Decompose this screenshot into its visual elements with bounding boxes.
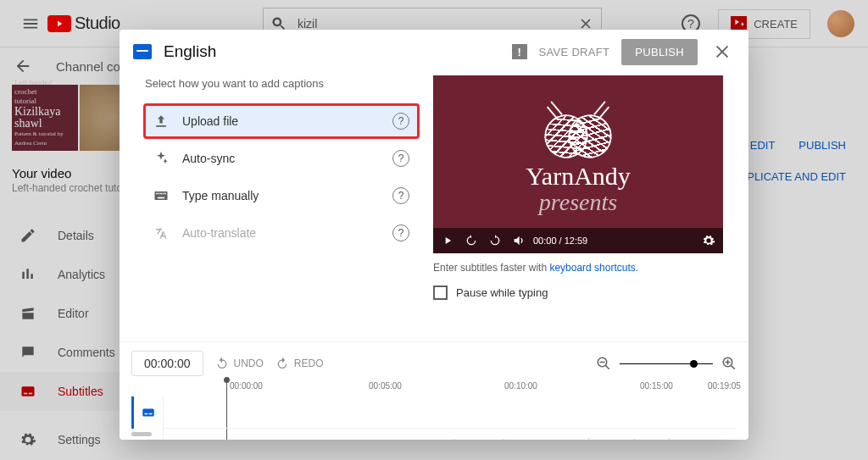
publish-button[interactable]: PUBLISH bbox=[621, 39, 698, 65]
zoom-out-icon[interactable] bbox=[596, 356, 611, 371]
subtitles-hint: Enter subtitles faster with keyboard sho… bbox=[433, 262, 723, 274]
option-label: Auto-translate bbox=[182, 226, 256, 240]
captions-dialog: English ! SAVE DRAFT PUBLISH Select how … bbox=[120, 30, 748, 440]
video-brand-name: YarnAndy bbox=[526, 162, 631, 191]
ruler-tick: 00:10:00 bbox=[504, 381, 537, 391]
warning-badge-icon[interactable]: ! bbox=[512, 44, 527, 59]
audio-waveform[interactable] bbox=[164, 429, 737, 440]
ruler-tick: 00:00:00 bbox=[230, 381, 263, 391]
svg-rect-19 bbox=[142, 409, 154, 417]
keyboard-shortcuts-link[interactable]: keyboard shortcuts bbox=[549, 262, 635, 274]
svg-rect-6 bbox=[156, 193, 158, 195]
keyboard-icon bbox=[152, 187, 170, 204]
dialog-title: English bbox=[164, 42, 216, 61]
translate-icon bbox=[152, 224, 170, 241]
video-time: 00:00 / 12:59 bbox=[533, 236, 587, 246]
dialog-header: English ! SAVE DRAFT PUBLISH bbox=[120, 30, 748, 74]
svg-rect-8 bbox=[160, 193, 162, 195]
svg-rect-11 bbox=[158, 197, 164, 199]
option-label: Type manually bbox=[182, 189, 259, 202]
help-icon[interactable]: ? bbox=[392, 150, 409, 167]
timestamp-input[interactable]: 00:00:00 bbox=[131, 351, 203, 376]
volume-icon[interactable] bbox=[511, 234, 526, 247]
zoom-slider-track[interactable] bbox=[620, 363, 713, 364]
option-upload-file[interactable]: Upload file ? bbox=[145, 105, 418, 137]
video-preview[interactable]: YarnAndy presents 00:00 / 12:59 bbox=[433, 75, 723, 253]
svg-rect-21 bbox=[149, 413, 153, 415]
option-label: Auto-sync bbox=[182, 152, 235, 165]
sparkle-icon bbox=[152, 150, 170, 167]
select-hint: Select how you want to add captions bbox=[145, 77, 418, 90]
timeline-ruler[interactable]: 00:00:00 00:05:00 00:10:00 00:15:00 00:1… bbox=[131, 378, 737, 396]
caption-method-pane: Select how you want to add captions Uplo… bbox=[145, 75, 418, 341]
option-type-manually[interactable]: Type manually ? bbox=[145, 180, 418, 212]
rewind-icon[interactable] bbox=[464, 234, 479, 247]
subtitles-badge-icon bbox=[133, 44, 152, 59]
svg-rect-9 bbox=[163, 193, 164, 195]
play-icon[interactable] bbox=[440, 235, 455, 247]
cc-lane[interactable] bbox=[164, 396, 737, 429]
ruler-tick: 00:19:05 bbox=[708, 381, 741, 391]
svg-rect-7 bbox=[159, 193, 160, 195]
save-draft-button[interactable]: SAVE DRAFT bbox=[539, 46, 610, 58]
upload-icon bbox=[152, 113, 170, 130]
cc-lane-icon[interactable] bbox=[131, 396, 163, 429]
svg-line-13 bbox=[605, 365, 609, 369]
undo-button[interactable]: UNDO bbox=[215, 357, 264, 370]
forward-icon[interactable] bbox=[487, 234, 503, 247]
svg-rect-5 bbox=[155, 191, 168, 200]
help-icon[interactable]: ? bbox=[392, 113, 409, 130]
option-auto-translate: Auto-translate ? bbox=[145, 217, 418, 249]
pause-label: Pause while typing bbox=[456, 286, 548, 299]
zoom-controls[interactable] bbox=[596, 356, 737, 371]
settings-gear-icon[interactable] bbox=[701, 234, 716, 247]
pause-while-typing[interactable]: Pause while typing bbox=[433, 285, 723, 300]
help-icon[interactable]: ? bbox=[392, 187, 409, 204]
ruler-tick: 00:15:00 bbox=[640, 381, 673, 391]
redo-button[interactable]: REDO bbox=[275, 357, 324, 370]
zoom-in-icon[interactable] bbox=[721, 356, 737, 371]
help-icon[interactable]: ? bbox=[392, 224, 409, 241]
svg-rect-10 bbox=[164, 193, 166, 195]
ruler-tick: 00:05:00 bbox=[369, 381, 402, 391]
svg-rect-20 bbox=[145, 413, 148, 415]
svg-line-16 bbox=[731, 365, 735, 369]
option-label: Upload file bbox=[182, 114, 238, 128]
option-auto-sync[interactable]: Auto-sync ? bbox=[145, 142, 418, 175]
close-icon[interactable] bbox=[709, 42, 735, 61]
video-controls: 00:00 / 12:59 bbox=[433, 228, 723, 253]
horizontal-scroll-thumb[interactable] bbox=[131, 432, 152, 436]
checkbox-icon[interactable] bbox=[433, 285, 448, 300]
timeline: 00:00:00 UNDO REDO 00:00:00 00:05:00 00:… bbox=[120, 341, 748, 440]
video-presents: presents bbox=[539, 189, 617, 216]
